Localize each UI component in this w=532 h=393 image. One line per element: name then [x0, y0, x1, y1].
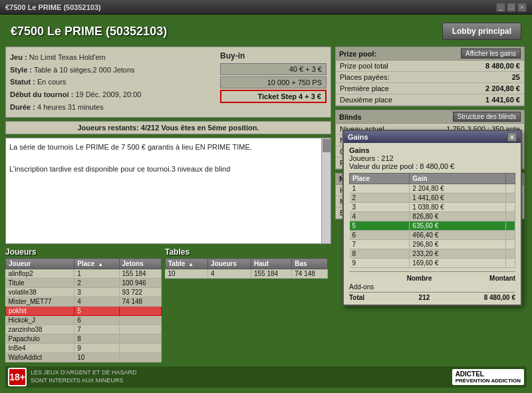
style-val: Table à 10 sièges,2 000 Jetons — [34, 66, 135, 74]
gain-scroll-cell — [506, 184, 515, 194]
jeu-val: No Limit Texas Hold'em — [29, 53, 106, 61]
table-row[interactable]: alinflop2 1 155 184 — [6, 269, 162, 279]
gains-montant-label: Montant — [489, 275, 515, 282]
player-place: 7 — [74, 325, 119, 334]
col-joueurs[interactable]: Joueurs — [207, 259, 251, 269]
list-item: 4 826,80 € — [350, 212, 515, 221]
debut-val: 19 Déc. 2009, 20:00 — [75, 90, 141, 98]
prize-total-label: Prize pool total — [340, 62, 388, 70]
gain-amount: 466,40 € — [410, 231, 506, 240]
table-row[interactable]: Papachulo 8 — [6, 334, 162, 344]
buyin-title: Buy-in — [220, 51, 245, 61]
table-row[interactable]: 10 4 155 184 74 148 — [166, 269, 328, 279]
table-row[interactable]: Hickok_J 6 — [6, 316, 162, 325]
desc-line-2: L'inscription tardive est disponible pou… — [9, 164, 318, 175]
col-joueur[interactable]: Joueur — [6, 259, 74, 269]
buyin-option-1[interactable]: 40 € + 3 € — [220, 63, 327, 75]
title-bar: €7500 Le PRIME (50352103) _ □ × — [0, 0, 532, 15]
gain-amount: 635,60 € — [410, 221, 506, 231]
prize-premiere-val: 2 204,80 € — [485, 84, 520, 92]
col-haut[interactable]: Haut — [251, 259, 291, 269]
players-table: Joueur Place ▲ Jetons alinflop2 1 155 18… — [5, 258, 162, 362]
player-place: 5 — [74, 307, 119, 316]
debut-label: Début du tournoi : — [10, 90, 73, 98]
gains-footer: Nombre Montant — [349, 271, 515, 282]
col-table[interactable]: Table ▲ — [166, 259, 208, 269]
minimize-btn[interactable]: _ — [496, 3, 505, 12]
prize-places-row: Places payées: 25 — [336, 72, 524, 83]
gain-amount: 826,80 € — [410, 212, 506, 221]
structure-blinds-btn[interactable]: Structure des blinds — [453, 112, 521, 122]
gains-scroll-area[interactable]: Place Gain 1 2 204,80 € 2 1 441,60 € 3 1… — [349, 173, 515, 271]
player-name: InBe4 — [6, 344, 74, 353]
gain-amount: 296,80 € — [410, 240, 506, 249]
gains-addons-label: Add-ons — [349, 283, 374, 291]
col-jetons[interactable]: Jetons — [119, 259, 161, 269]
table-row[interactable]: volatile38 3 93 722 — [6, 288, 162, 297]
window-controls: _ □ × — [496, 3, 527, 12]
table-row[interactable]: Mister_MET77 4 74 148 — [6, 297, 162, 307]
tables-title: Tables — [165, 247, 328, 257]
table-row[interactable]: Titule 2 100 946 — [6, 279, 162, 288]
table-row[interactable]: WafoAddict 10 — [6, 353, 162, 362]
player-jetons: 100 946 — [119, 279, 161, 288]
buyin-section: Buy-in 40 € + 3 € 10 000 + 750 PS Ticket… — [220, 51, 327, 113]
gain-place: 9 — [350, 259, 410, 268]
gains-footer-montant: Montant — [489, 275, 515, 282]
header-row: €7500 Le PRIME (50352103) Lobby principa… — [5, 20, 527, 43]
gains-body-title: Gains — [349, 146, 370, 154]
prize-title: Prize pool: — [339, 50, 376, 58]
player-jetons — [119, 307, 161, 316]
player-jetons — [119, 334, 161, 344]
gains-nombre-label: Nombre — [407, 275, 432, 282]
desc-scrollbar[interactable] — [321, 138, 331, 243]
table-num: 10 — [166, 269, 208, 279]
buyin-option-3[interactable]: Ticket Step 4 + 3 € — [220, 90, 327, 103]
prize-places-label: Places payées: — [340, 73, 390, 81]
statut-val: En cours — [37, 78, 66, 86]
player-name: volatile38 — [6, 288, 74, 297]
list-item: 9 169,60 € — [350, 259, 515, 268]
players-section: Joueurs Joueur Place ▲ Jetons alinflop2 … — [5, 247, 162, 362]
addict-btn[interactable]: ADICTEL PRÉVENTION ADDICTION — [452, 369, 524, 385]
gains-close-btn[interactable]: × — [507, 132, 517, 142]
table-row[interactable]: zanzinho38 7 — [6, 325, 162, 334]
prize-deuxieme-row: Deuxième place 1 441,60 € — [336, 94, 524, 106]
col-bas[interactable]: Bas — [292, 259, 328, 269]
player-name: Titule — [6, 279, 74, 288]
player-place: 6 — [74, 316, 119, 325]
gains-col-place: Place — [350, 174, 410, 184]
blinds-header: Blinds Structure des blinds — [336, 110, 524, 124]
tables-section: Joueurs Joueur Place ▲ Jetons alinflop2 … — [5, 247, 331, 362]
gain-scroll-cell — [506, 231, 515, 240]
tables-section-inner: Tables Table ▲ Joueurs Haut Bas 10 — [165, 247, 328, 362]
prize-section: Prize pool: Afficher les gains Prize poo… — [335, 47, 525, 106]
age-logo: 18+ — [8, 368, 27, 386]
gains-prize-label: Valeur du prize pool : — [349, 162, 418, 170]
jeu-label: Jeu : — [10, 53, 27, 61]
gain-place: 6 — [350, 231, 410, 240]
gains-table: Place Gain 1 2 204,80 € 2 1 441,60 € 3 1… — [349, 173, 515, 268]
duree-row: Durée : 4 heures 31 minutes — [10, 101, 213, 114]
close-btn[interactable]: × — [517, 3, 527, 12]
player-name: Mister_MET77 — [6, 297, 74, 307]
gain-scroll-cell — [506, 259, 515, 268]
afficher-gains-btn[interactable]: Afficher les gains — [461, 49, 521, 59]
col-place[interactable]: Place ▲ — [74, 259, 119, 269]
table-row[interactable]: pokhit 5 — [6, 307, 162, 316]
gain-place: 8 — [350, 249, 410, 259]
player-place: 4 — [74, 297, 119, 307]
table-bas: 74 148 — [292, 269, 328, 279]
table-row[interactable]: InBe4 9 — [6, 344, 162, 353]
prize-deuxieme-val: 1 441,60 € — [485, 96, 520, 104]
desc-scrollbar-thumb[interactable] — [323, 139, 331, 152]
tournament-info: Jeu : No Limit Texas Hold'em Style : Tab… — [10, 51, 213, 113]
buyin-option-2[interactable]: 10 000 + 750 PS — [220, 76, 327, 88]
style-row: Style : Table à 10 sièges,2 000 Jetons — [10, 64, 213, 76]
debut-row: Début du tournoi : 19 Déc. 2009, 20:00 — [10, 88, 213, 101]
prize-premiere-row: Première place 2 204,80 € — [336, 83, 524, 94]
lobby-button[interactable]: Lobby principal — [442, 23, 521, 40]
player-name: Papachulo — [6, 334, 74, 344]
maximize-btn[interactable]: □ — [507, 3, 516, 12]
addict-sub: PRÉVENTION ADDICTION — [456, 378, 521, 384]
